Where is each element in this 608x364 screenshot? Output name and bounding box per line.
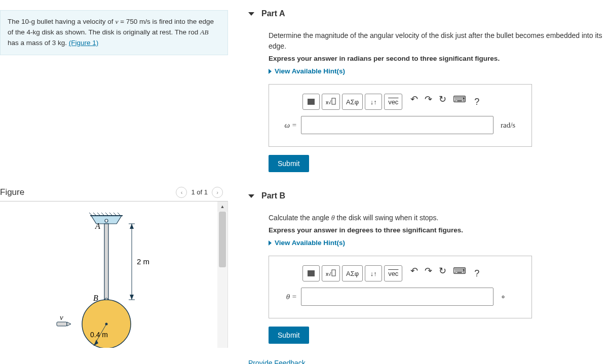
undo-icon[interactable]: ↶	[410, 94, 423, 110]
scrollbar-thumb[interactable]	[219, 212, 226, 267]
part-b-submit-button[interactable]: Submit	[269, 327, 309, 344]
fill-rect-icon[interactable]	[302, 265, 320, 281]
figure-svg: A B 2 m	[51, 212, 172, 348]
caret-down-icon	[248, 194, 254, 198]
svg-marker-23	[67, 322, 71, 326]
part-b-header[interactable]: Part B	[248, 187, 608, 205]
svg-point-10	[105, 219, 108, 222]
problem-statement: The 10-g bullet having a velocity of v =…	[0, 10, 228, 55]
problem-rod: AB	[200, 28, 209, 36]
keyboard-icon[interactable]: ⌨	[453, 94, 466, 110]
svg-rect-25	[332, 98, 335, 104]
vector-button[interactable]: vec	[384, 94, 402, 110]
part-a-toolbar: x√ ΑΣφ ↓↑ vec ↶ ↷ ↻ ⌨ ?	[302, 94, 522, 110]
templates-button[interactable]: x√	[322, 94, 340, 110]
figure-link[interactable]: (Figure 1)	[69, 39, 99, 47]
part-a-submit-button[interactable]: Submit	[269, 155, 309, 172]
caret-down-icon	[248, 12, 254, 16]
part-a-instruction: Determine the magnitude of the angular v…	[269, 30, 603, 52]
help-button[interactable]: ?	[468, 265, 485, 281]
part-a-title: Part A	[261, 9, 285, 18]
label-v: v	[60, 313, 63, 321]
problem-text: The 10-g bullet having a velocity of	[8, 18, 115, 25]
part-b-title: Part B	[261, 191, 285, 200]
scrollbar-track[interactable]	[217, 212, 227, 348]
label-2m: 2 m	[137, 257, 149, 266]
subscript-button[interactable]: ↓↑	[365, 94, 382, 110]
templates-button[interactable]: x√	[322, 265, 340, 281]
problem-v: v	[115, 18, 118, 25]
figure-title: Figure	[0, 187, 24, 197]
part-a-subinstruction: Express your answer in radians per secon…	[269, 55, 603, 62]
provide-feedback-link[interactable]: Provide Feedback	[248, 359, 608, 364]
part-a-hints-link[interactable]: View Available Hint(s)	[269, 67, 603, 75]
svg-text:x√: x√	[326, 100, 331, 105]
part-a-answer-block: x√ ΑΣφ ↓↑ vec ↶ ↷ ↻ ⌨ ? ω = rad/s	[269, 84, 532, 147]
prev-figure-button[interactable]: ‹	[176, 187, 187, 198]
svg-rect-11	[104, 224, 108, 300]
reset-icon[interactable]: ↻	[439, 94, 451, 110]
greek-button[interactable]: ΑΣφ	[342, 265, 363, 281]
part-b-variable-label: θ =	[278, 293, 301, 301]
undo-icon[interactable]: ↶	[410, 265, 423, 281]
part-a-unit: rad/s	[493, 121, 515, 130]
reset-icon[interactable]: ↻	[439, 265, 451, 281]
bullet-icon	[57, 322, 71, 326]
part-a-answer-input[interactable]	[301, 116, 493, 134]
caret-right-icon	[269, 69, 272, 74]
svg-rect-27	[332, 270, 335, 276]
subscript-button[interactable]: ↓↑	[365, 265, 382, 281]
svg-marker-16	[130, 224, 134, 229]
part-b-answer-block: x√ ΑΣφ ↓↑ vec ↶ ↷ ↻ ⌨ ? θ = ∘	[269, 256, 532, 318]
part-b-instruction: Calculate the angle θ the disk will swin…	[269, 213, 603, 223]
pager-text: 1 of 1	[191, 188, 208, 196]
svg-marker-17	[130, 295, 134, 300]
part-b-answer-input[interactable]	[301, 288, 493, 306]
part-b-unit: ∘	[493, 292, 506, 302]
part-b-subinstruction: Express your answer in degrees to three …	[269, 226, 603, 234]
problem-mid2: has a mass of 3 kg.	[8, 39, 69, 47]
redo-icon[interactable]: ↷	[425, 265, 437, 281]
part-b-toolbar: x√ ΑΣφ ↓↑ vec ↶ ↷ ↻ ⌨ ?	[302, 265, 522, 281]
figure-pager: ‹ 1 of 1 ›	[176, 187, 223, 198]
label-A: A	[95, 222, 100, 230]
label-radius: 0.4 m	[90, 331, 108, 339]
redo-icon[interactable]: ↷	[425, 94, 437, 110]
caret-right-icon	[269, 240, 272, 246]
figure-canvas: ▲ A	[0, 201, 228, 348]
part-a-header[interactable]: Part A	[248, 5, 608, 22]
keyboard-icon[interactable]: ⌨	[453, 265, 466, 281]
fill-rect-icon[interactable]	[302, 94, 320, 110]
part-a-variable-label: ω =	[278, 121, 301, 130]
scroll-up-icon[interactable]: ▲	[217, 201, 227, 212]
greek-button[interactable]: ΑΣφ	[342, 94, 363, 110]
vector-button[interactable]: vec	[384, 265, 402, 281]
label-B: B	[93, 294, 98, 302]
next-figure-button[interactable]: ›	[212, 187, 223, 198]
part-b-hints-link[interactable]: View Available Hint(s)	[269, 239, 603, 247]
svg-text:x√: x√	[326, 271, 331, 277]
help-button[interactable]: ?	[468, 94, 485, 110]
svg-rect-22	[57, 322, 67, 326]
